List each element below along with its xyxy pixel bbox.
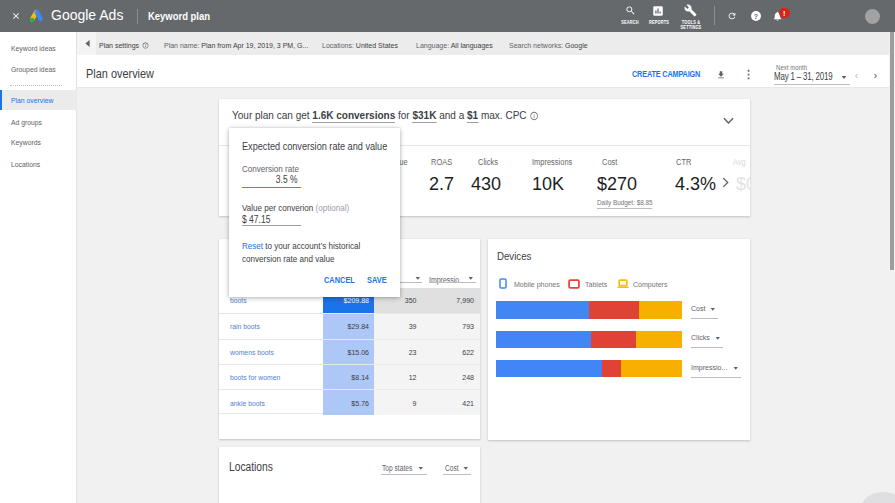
svg-text:?: ? xyxy=(754,13,758,20)
